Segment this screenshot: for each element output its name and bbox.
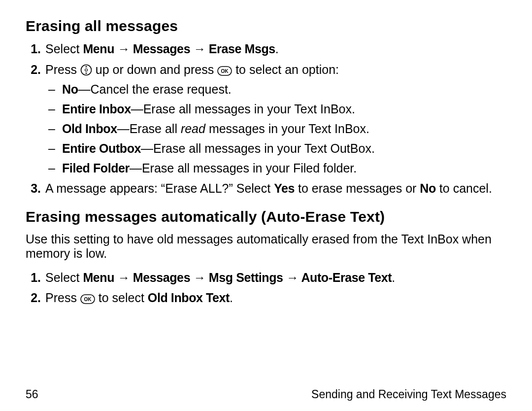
arrow-icon: → bbox=[286, 271, 299, 284]
option-label: Entire Inbox bbox=[62, 102, 131, 116]
no-label: No bbox=[420, 181, 436, 195]
heading-auto-erase: Erasing messages automatically (Auto-Era… bbox=[26, 208, 506, 225]
arrow-icon: → bbox=[118, 271, 130, 284]
text: Press bbox=[45, 63, 80, 76]
arrow-icon: → bbox=[118, 42, 130, 56]
svg-text:OK: OK bbox=[84, 297, 92, 302]
list-auto-erase-steps: Select Menu → Messages → Msg Settings → … bbox=[26, 270, 506, 306]
option-list: No—Cancel the erase request. Entire Inbo… bbox=[45, 81, 506, 176]
text: to select bbox=[95, 291, 148, 305]
text: . bbox=[275, 42, 279, 56]
step-3: A message appears: “Erase ALL?” Select Y… bbox=[44, 181, 506, 197]
step-1: Select Menu → Messages → Erase Msgs. bbox=[44, 41, 506, 57]
path-seg: Erase Msgs bbox=[209, 42, 275, 56]
list-erase-steps: Select Menu → Messages → Erase Msgs. Pre… bbox=[26, 41, 506, 197]
arrow-icon: → bbox=[194, 42, 206, 56]
option-entire-inbox: Entire Inbox—Erase all messages in your … bbox=[62, 101, 506, 117]
svg-point-1 bbox=[85, 68, 87, 71]
path-seg: Menu bbox=[83, 42, 114, 56]
option-desc: messages in your Text InBox. bbox=[205, 122, 369, 136]
option-desc: —Erase all bbox=[117, 122, 181, 136]
step-2: Press up or down and press OK to select … bbox=[44, 62, 506, 176]
chapter-title: Sending and Receiving Text Messages bbox=[311, 388, 506, 401]
path-seg: Messages bbox=[133, 271, 190, 284]
option-label: Entire Outbox bbox=[62, 141, 141, 155]
intro-paragraph: Use this setting to have old messages au… bbox=[26, 232, 506, 261]
heading-erasing-all: Erasing all messages bbox=[26, 18, 506, 34]
yes-label: Yes bbox=[274, 181, 295, 195]
nav-pad-icon bbox=[80, 64, 92, 76]
option-no: No—Cancel the erase request. bbox=[62, 81, 506, 97]
svg-text:OK: OK bbox=[221, 68, 229, 74]
text: A message appears: “Erase ALL?” Select bbox=[45, 181, 274, 195]
option-desc-em: read bbox=[181, 122, 205, 136]
arrow-icon: → bbox=[194, 271, 206, 284]
text: to cancel. bbox=[436, 181, 492, 195]
text: . bbox=[230, 291, 233, 305]
option-desc: —Erase all messages in your Text InBox. bbox=[131, 102, 355, 116]
text: up or down and press bbox=[92, 63, 217, 76]
option-label: Old Inbox bbox=[62, 122, 117, 136]
text: . bbox=[392, 271, 395, 284]
text: Select bbox=[45, 271, 83, 284]
step-2: Press OK to select Old Inbox Text. bbox=[44, 290, 506, 306]
option-desc: —Erase all messages in your Filed folder… bbox=[130, 161, 357, 175]
bold-label: Old Inbox Text bbox=[148, 291, 230, 305]
text: to erase messages or bbox=[295, 181, 420, 195]
option-label: Filed Folder bbox=[62, 161, 130, 175]
ok-button-icon: OK bbox=[217, 66, 232, 76]
path-seg: Auto-Erase Text bbox=[301, 271, 392, 284]
option-old-inbox: Old Inbox—Erase all read messages in you… bbox=[62, 121, 506, 137]
text: Select bbox=[45, 42, 83, 56]
path-seg: Menu bbox=[83, 271, 114, 284]
option-desc: —Erase all messages in your Text OutBox. bbox=[141, 141, 375, 155]
text: to select an option: bbox=[232, 63, 339, 76]
option-filed-folder: Filed Folder—Erase all messages in your … bbox=[62, 160, 506, 176]
text: Press bbox=[45, 291, 80, 305]
option-desc: —Cancel the erase request. bbox=[78, 82, 232, 96]
page-number: 56 bbox=[26, 388, 38, 401]
step-1: Select Menu → Messages → Msg Settings → … bbox=[44, 270, 506, 286]
page-footer: 56 Sending and Receiving Text Messages bbox=[26, 383, 506, 401]
path-seg: Msg Settings bbox=[209, 271, 283, 284]
option-label: No bbox=[62, 82, 78, 96]
ok-button-icon: OK bbox=[80, 294, 95, 304]
path-seg: Messages bbox=[133, 42, 190, 56]
option-entire-outbox: Entire Outbox—Erase all messages in your… bbox=[62, 140, 506, 156]
